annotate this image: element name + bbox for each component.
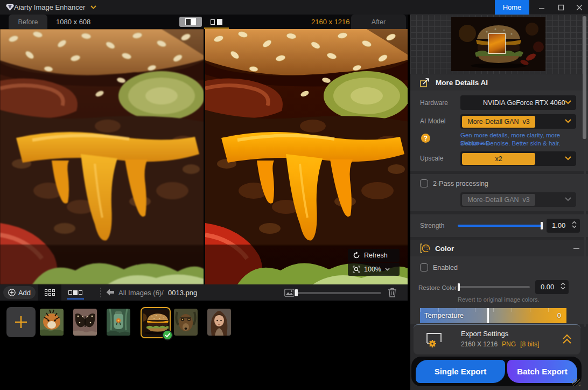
refresh-button[interactable]: Refresh [348, 249, 400, 262]
hardware-chevron-icon [565, 100, 571, 105]
ai-model-chevron-icon [565, 119, 571, 123]
filmstrip [0, 301, 408, 390]
more-details-header: More Details AI [410, 74, 588, 90]
thumbnail-burger-selected[interactable] [141, 307, 171, 338]
split-view-icon [185, 18, 196, 25]
palette-icon [420, 243, 430, 253]
strength-label: Strength [420, 222, 444, 229]
hardware-dropdown[interactable]: NVIDIA GeForce RTX 4060 [460, 95, 576, 110]
title-bar: Aiarty Image Enhancer Home [0, 0, 588, 15]
more-details-icon [420, 78, 431, 87]
add-circle-icon [8, 289, 16, 296]
image-viewer: Refresh 100% [0, 29, 408, 284]
batch-export-label: Batch Export [517, 367, 567, 376]
two-pass-model-pill: More-Detail GAN v3 [462, 194, 535, 206]
temperature-handle[interactable] [487, 308, 489, 323]
tab-after[interactable]: After [351, 15, 406, 29]
breadcrumb-all-images[interactable]: All Images (6) [118, 284, 162, 301]
strength-slider-handle[interactable] [541, 222, 543, 229]
export-bit-depth: [8 bits] [520, 340, 539, 348]
thumbnail-size-icon [284, 289, 295, 297]
thumbnail-tiger[interactable] [40, 309, 64, 336]
more-details-title: More Details AI [436, 79, 488, 87]
restore-color-slider[interactable] [458, 286, 530, 288]
refresh-icon [353, 252, 360, 259]
footer-divider [100, 288, 101, 297]
restore-color-hint: Revert to original image colors. [458, 296, 540, 303]
ai-model-pill: More-Detail GAN v3 [462, 116, 535, 128]
home-button[interactable]: Home [495, 0, 529, 15]
color-enabled-checkbox[interactable] [420, 263, 428, 271]
thumbnail-portrait[interactable] [207, 309, 231, 336]
side-by-side-toggle[interactable] [205, 17, 228, 27]
thumbnail-size-slider[interactable] [296, 292, 381, 294]
single-export-label: Single Export [435, 367, 487, 376]
navigator-viewport-rect[interactable] [488, 33, 506, 54]
minimize-button[interactable] [532, 0, 551, 15]
grid-view-button[interactable] [38, 284, 61, 301]
after-size-label: 2160 x 1216 [311, 15, 350, 29]
resize-grip[interactable] [572, 379, 580, 386]
plus-icon [14, 315, 28, 329]
close-button[interactable] [570, 0, 588, 15]
after-tab-label: After [372, 18, 386, 26]
back-arrow-icon[interactable] [106, 289, 115, 296]
strength-value: 1.00 [552, 221, 565, 229]
export-format: PNG [502, 340, 516, 348]
add-image-tile[interactable] [6, 307, 36, 337]
two-pass-model-dropdown[interactable]: More-Detail GAN v3 [460, 192, 576, 207]
selected-check-icon [162, 329, 173, 341]
export-collapse-chevrons-icon[interactable] [562, 334, 572, 345]
before-image-pane[interactable] [0, 29, 204, 284]
two-pass-checkbox[interactable] [420, 179, 428, 187]
color-collapse-button[interactable] [573, 248, 579, 249]
temperature-value: 0 [557, 311, 561, 319]
thumbnail-terrarium[interactable] [107, 309, 130, 336]
help-icon[interactable]: ? [421, 134, 430, 143]
batch-export-button[interactable]: Batch Export [507, 360, 577, 383]
restore-color-value: 0.00 [541, 283, 554, 291]
upscale-chevron-icon [565, 156, 571, 161]
footer-toolbar: Add All Images (6) / 0013.png [0, 284, 408, 301]
export-buttons-bar: Single Export Batch Export [411, 357, 582, 386]
upscale-dropdown[interactable]: x2 [460, 151, 576, 166]
refresh-label: Refresh [364, 252, 388, 259]
breadcrumb-separator: / [162, 284, 164, 301]
panel-scrollbar-thumb[interactable] [583, 16, 586, 139]
maximize-button[interactable] [551, 0, 571, 15]
settings-panel: More Details AI Hardware NVIDIA GeForce … [410, 15, 588, 390]
strength-section: Strength 1.00 [410, 214, 588, 237]
export-settings-icon [424, 332, 444, 348]
app-window: Aiarty Image Enhancer Home Before 1080 x… [0, 0, 588, 390]
restore-color-spinner: 0.00 [535, 280, 569, 294]
ai-model-dropdown[interactable]: More-Detail GAN v3 [460, 114, 576, 129]
grid-view-icon [45, 289, 55, 296]
navigator-preview[interactable] [410, 15, 588, 74]
upscale-label: Upscale [420, 155, 443, 162]
add-button[interactable]: Add [3, 286, 36, 299]
split-view-toggle[interactable] [179, 17, 202, 27]
after-image-pane[interactable] [205, 29, 408, 284]
strength-slider[interactable] [458, 225, 543, 227]
app-logo-icon [5, 3, 15, 12]
side-by-side-icon [211, 19, 222, 25]
temperature-slider[interactable]: Temperature 0 [420, 308, 566, 323]
title-dropdown-chevron-icon[interactable] [90, 5, 96, 9]
export-size: 2160 X 1216 [461, 340, 498, 348]
app-title: Aiarty Image Enhancer [14, 3, 85, 11]
two-pass-label: 2-Pass processing [433, 180, 488, 187]
thumbnail-size-slider-handle[interactable] [295, 289, 298, 296]
export-settings-card[interactable]: Export Settings 2160 X 1216 PNG [8 bits] [414, 324, 580, 354]
restore-color-slider-handle[interactable] [458, 283, 460, 291]
thumbnail-dog[interactable] [174, 309, 198, 336]
before-tab-label: Before [18, 18, 38, 26]
model-hint-line2: Deblur + Denoise. Better skin & hair. [460, 140, 561, 147]
trash-icon[interactable] [388, 288, 397, 297]
strength-spinner-arrows[interactable] [572, 221, 577, 228]
single-export-button[interactable]: Single Export [416, 360, 505, 383]
zoom-control[interactable]: 100% [348, 263, 400, 276]
tab-before[interactable]: Before [9, 15, 47, 29]
strength-spinner: 1.00 [547, 219, 580, 233]
thumbnail-butterfly[interactable] [73, 309, 97, 336]
restore-color-spinner-arrows[interactable] [561, 282, 565, 290]
